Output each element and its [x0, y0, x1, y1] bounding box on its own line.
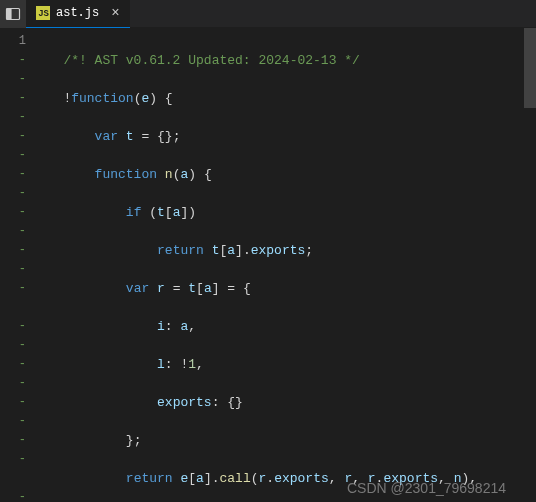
diff-marker: -	[0, 241, 26, 260]
diff-marker: -	[0, 279, 26, 298]
svg-rect-2	[7, 8, 12, 19]
diff-marker: -	[0, 108, 26, 127]
line-gutter: 1 - - - - - - - - - - - - - - - - - - - …	[0, 28, 40, 502]
scrollbar-thumb[interactable]	[524, 28, 536, 108]
watermark: CSDN @2301_79698214	[347, 480, 506, 496]
diff-marker: -	[0, 222, 26, 241]
diff-marker: -	[0, 336, 26, 355]
line-number: 1	[0, 32, 26, 51]
diff-marker: -	[0, 412, 26, 431]
diff-marker: -	[0, 89, 26, 108]
tab-bar: JS ast.js ×	[0, 0, 536, 28]
diff-marker: -	[0, 355, 26, 374]
editor: 1 - - - - - - - - - - - - - - - - - - - …	[0, 28, 536, 502]
code-area[interactable]: /*! AST v0.61.2 Updated: 2024-02-13 */ !…	[40, 28, 536, 502]
diff-marker: -	[0, 146, 26, 165]
js-file-icon: JS	[36, 6, 50, 20]
diff-marker: -	[0, 431, 26, 450]
tab-ast-js[interactable]: JS ast.js ×	[26, 0, 130, 28]
diff-marker: -	[0, 488, 26, 502]
diff-marker: -	[0, 203, 26, 222]
diff-marker: -	[0, 165, 26, 184]
diff-marker: -	[0, 51, 26, 70]
diff-marker: -	[0, 317, 26, 336]
vertical-scrollbar[interactable]	[524, 28, 536, 502]
diff-marker: -	[0, 70, 26, 89]
line-number	[0, 298, 26, 317]
diff-marker: -	[0, 393, 26, 412]
diff-marker: -	[0, 260, 26, 279]
close-icon[interactable]: ×	[111, 5, 119, 21]
tab-label: ast.js	[56, 6, 99, 20]
diff-marker: -	[0, 127, 26, 146]
sidebar-toggle-button[interactable]	[0, 0, 26, 28]
diff-marker: -	[0, 374, 26, 393]
diff-marker: -	[0, 184, 26, 203]
diff-marker: -	[0, 450, 26, 469]
line-number	[0, 469, 26, 488]
